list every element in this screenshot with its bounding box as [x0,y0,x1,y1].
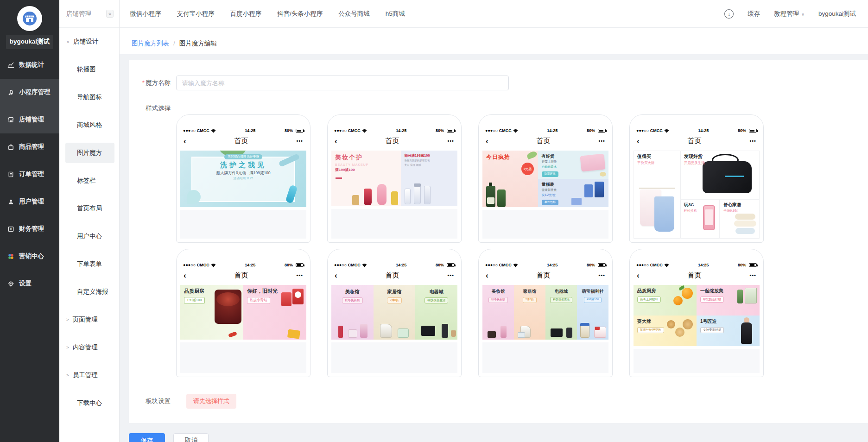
save-button[interactable]: 保存 [129,433,165,442]
phone-nav-bar: ‹首页••• [479,268,612,282]
tab-douyin[interactable]: 抖音/头条小程序 [277,10,323,18]
sidebar-item-shop[interactable]: 店铺管理 [0,106,59,133]
banner-text: 洗护之我见 [220,160,266,170]
collapse-sidebar-button[interactable]: « [106,10,114,18]
platform-tabs: 微信小程序支付宝小程序百度小程序抖音/头条小程序公众号商城h5商城 [130,10,405,18]
banner-section: 值得买平价买大牌发现好货开启品质生活玩3C轻松换机舒心家居全场9.9起 [634,151,760,239]
sidebar-item-design-group[interactable]: ∨店铺设计 [65,32,114,52]
cube-name-label: *魔方名称 [134,79,171,87]
cache-button[interactable]: 缓存 [748,10,760,18]
sidebar-item-label: 订单管理 [19,170,44,178]
banner-text: 舒心家居 [723,202,741,208]
avatar[interactable] [17,6,42,31]
style-card-style-5[interactable]: ●●●○○ CMCC14:2580%‹首页•••品质厨房199减100你好，旧时… [176,249,310,377]
status-time: 14:25 [698,128,709,133]
banner-text: 1号匠造 [700,318,717,325]
sidebar-item-mall-style[interactable]: 商城风格 [65,115,114,135]
secondary-sidebar-title: 店铺管理 [66,10,91,18]
banner-section: 发现好货开启品质生活玩3C轻松换机舒心家居全场9.9起 [680,151,760,239]
marketing-icon [7,253,14,260]
back-icon: ‹ [486,137,488,145]
banner-text: 发现好货 [684,153,703,160]
sidebar-item-order-form[interactable]: 下单表单 [65,254,114,274]
sidebar-item-image-cube[interactable]: 图片魔方 [65,143,114,163]
tab-h5-mall[interactable]: h5商城 [386,10,405,18]
phone-banner: 美妆个护BEAUTY MAKEUP满199减100部分满199减100焕醒美颜肌… [331,151,457,206]
banner-section: 美妆馆秋冬换新肌 [482,285,514,340]
sidebar-item-custom-poster[interactable]: 自定义海报 [65,282,114,302]
phone-banner: 美妆馆秋冬换新肌家居馆2件8折电器城科技改变生活 [331,285,457,340]
banner-section: 美妆馆秋冬换新肌家居馆2件8折电器城科技改变生活 [331,285,457,340]
style-card-style-6[interactable]: ●●●○○ CMCC14:2580%‹首页•••美妆馆秋冬换新肌家居馆2件8折电… [327,249,462,377]
chevron-right-icon: > [66,317,69,322]
battery-icon [447,129,455,133]
sidebar-item-miniapp[interactable]: 小程序管理 [0,79,59,106]
svg-text:¥: ¥ [10,227,12,231]
tutorial-menu[interactable]: 教程管理∨ [774,10,805,18]
style-card-style-4[interactable]: ●●●○○ CMCC14:2580%‹首页•••值得买平价买大牌发现好货开启品质… [629,114,764,243]
status-carrier: ●●●○○ CMCC [334,263,367,267]
status-time: 14:25 [396,128,406,133]
tab-alipay[interactable]: 支付宝小程序 [177,10,215,18]
sidebar-item-goods[interactable]: 商品管理 [0,133,59,161]
banner-section: 你好，旧时光铁皮小青蛙 [243,285,306,340]
style-card-style-8[interactable]: ●●●○○ CMCC14:2580%‹首页•••品质厨房新奇士鲜橙味一起绽放美帮… [629,249,764,377]
glass-kettle [380,324,392,338]
banner-text: 健康新贵族 [542,188,557,192]
style-card-style-7[interactable]: ●●●○○ CMCC14:2580%‹首页•••美妆馆秋冬换新肌家居馆2件8折电… [478,249,613,377]
style-card-style-3[interactable]: ●●●○○ CMCC14:2580%‹首页•••今日疯抢1元起有好货硅藻土脚垫自… [478,114,613,243]
banner-text: 第20期白领日 洗护专场 [224,154,262,159]
olive-label [487,197,494,204]
breadcrumb-list-link[interactable]: 图片魔方列表 [132,39,169,48]
form-actions: 保存 取消 [129,423,868,442]
white-pump-bottle [424,186,431,204]
banner-section: 量贩装健康新贵族仅4.2元/盒单件包邮 [538,179,608,207]
sidebar-item-label: 内容管理 [73,343,98,352]
sidebar-item-home-layout[interactable]: 首页布局 [65,198,114,219]
chart-icon [7,61,14,69]
sidebar-item-carousel[interactable]: 轮播图 [65,59,114,80]
style-card-style-2[interactable]: ●●●○○ CMCC14:2580%‹首页•••美妆个护BEAUTY MAKEU… [327,114,462,243]
account-menu[interactable]: bygoukai测试 [818,10,856,18]
cube-name-input[interactable] [176,76,509,90]
sidebar-item-marketing[interactable]: 营销中心 [0,243,59,270]
more-icon: ••• [296,272,303,278]
tab-baidu[interactable]: 百度小程序 [230,10,262,18]
sidebar-item-staff-group[interactable]: >员工管理 [65,365,114,385]
phone-content-placeholder [180,210,306,239]
white-bottle [414,184,421,204]
banner-promo-pill: 单件包邮 [542,200,558,206]
sidebar-item-finance[interactable]: ¥财务管理 [0,215,59,243]
more-icon: ••• [598,138,605,144]
phone-content-placeholder [634,349,760,373]
sidebar-item-download-center[interactable]: 下载中心 [65,393,114,413]
sidebar-item-users[interactable]: 用户管理 [0,188,59,215]
tab-mp-mall[interactable]: 公众号商城 [338,10,370,18]
banner-text: 美妆馆 [345,289,359,295]
status-time: 14:25 [698,263,709,267]
sidebar-item-label: 店铺管理 [19,115,44,124]
tab-wechat[interactable]: 微信小程序 [130,10,161,18]
banner-promo-pill: 莱蒂丝护理早教 [637,327,664,333]
sidebar-item-label: 首页布局 [77,204,102,213]
sidebar-item-settings[interactable]: 设置 [0,270,59,297]
silver-cap [414,183,421,187]
style-card-style-1[interactable]: ●●●○○ CMCC14:2580%‹首页•••第20期白领日 洗护专场洗护之我… [176,114,310,243]
sidebar-item-nav-icons[interactable]: 导航图标 [65,87,114,107]
sidebar-item-user-center[interactable]: 用户中心 [65,226,114,246]
cancel-button[interactable]: 取消 [173,433,209,442]
battery-icon [296,129,304,133]
banner-section: 有好货硅藻土脚垫自动化吸水防潮环保量贩装健康新贵族仅4.2元/盒单件包邮 [538,151,608,207]
shop-icon [7,116,14,123]
sidebar-item-content-group[interactable]: >内容管理 [65,337,114,358]
sidebar-item-tab-bar[interactable]: 标签栏 [65,170,114,191]
sidebar-item-stats[interactable]: 数据统计 [0,51,59,79]
phone-status-bar: ●●●○○ CMCC14:2580% [479,263,612,267]
sidebar-item-page-group[interactable]: >页面管理 [65,309,114,330]
banner-text: 家居馆 [387,289,401,295]
sidebar-item-orders[interactable]: 订单管理 [0,161,59,188]
download-icon[interactable]: ↓ [724,9,734,19]
towel-3 [735,228,755,234]
banner-text: 品质厨房 [184,288,204,295]
banner-section: 美妆个护BEAUTY MAKEUP满199减100部分满199减100焕醒美颜肌… [331,151,457,206]
